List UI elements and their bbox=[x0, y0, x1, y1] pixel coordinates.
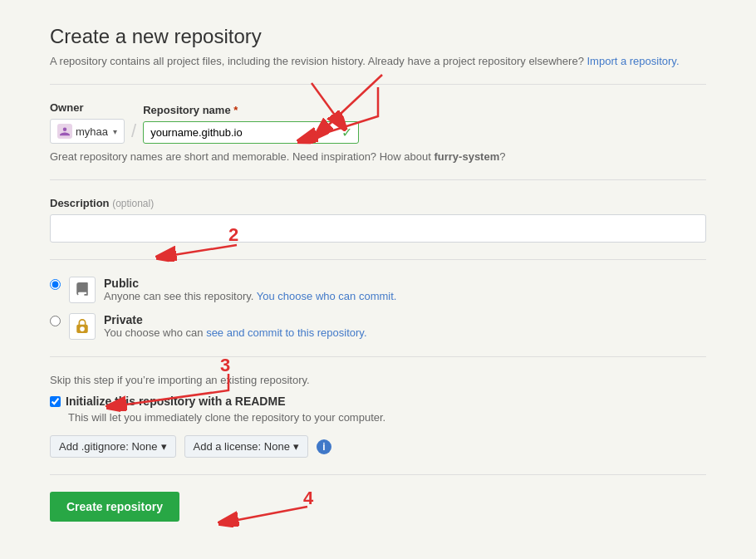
description-input[interactable] bbox=[50, 214, 706, 243]
create-repository-button[interactable]: Create repository bbox=[50, 492, 179, 522]
check-icon: ✓ bbox=[341, 125, 352, 140]
init-checkbox-row: Initialize this repository with a README bbox=[50, 395, 706, 408]
owner-icon bbox=[57, 124, 72, 139]
license-dropdown[interactable]: Add a license: None ▾ bbox=[184, 435, 308, 458]
description-optional: (optional) bbox=[112, 198, 154, 209]
repo-name-input-wrapper: ✓ bbox=[143, 121, 359, 144]
suggestion-text: Great repository names are short and mem… bbox=[50, 150, 706, 163]
init-readme-checkbox[interactable] bbox=[50, 396, 61, 407]
lock-icon bbox=[75, 319, 90, 334]
visibility-group: Public Anyone can see this repository. Y… bbox=[50, 277, 706, 340]
repo-name-label: Repository name * bbox=[143, 104, 359, 116]
init-readme-desc: This will let you immediately clone the … bbox=[68, 411, 706, 424]
private-desc: You choose who can see and commit to thi… bbox=[104, 326, 367, 339]
repo-name-field-group: Repository name * ✓ bbox=[143, 104, 359, 144]
init-readme-label[interactable]: Initialize this repository with a README bbox=[66, 395, 285, 408]
owner-repo-row: Owner myhaa ▾ / Repository name * bbox=[50, 101, 706, 144]
person-icon bbox=[60, 126, 70, 136]
license-label: Add a license: None bbox=[194, 440, 290, 453]
private-desc-link[interactable]: see and commit to this repository. bbox=[206, 326, 366, 339]
owner-label: Owner bbox=[50, 101, 125, 114]
page-wrapper: Create a new repository A repository con… bbox=[0, 0, 756, 559]
divider-bottom bbox=[50, 474, 706, 475]
suggestion-bold: furry-system bbox=[434, 150, 499, 163]
divider-mid1 bbox=[50, 179, 706, 180]
owner-field-group: Owner myhaa ▾ bbox=[50, 101, 125, 144]
gitignore-caret: ▾ bbox=[161, 440, 167, 453]
public-radio[interactable] bbox=[50, 279, 61, 290]
public-option: Public Anyone can see this repository. Y… bbox=[50, 277, 706, 303]
description-label: Description (optional) bbox=[50, 197, 706, 209]
private-radio[interactable] bbox=[50, 316, 61, 326]
import-link[interactable]: Import a repository. bbox=[587, 55, 680, 67]
private-label: Private bbox=[104, 313, 367, 326]
dropdowns-row: Add .gitignore: None ▾ Add a license: No… bbox=[50, 435, 706, 458]
public-desc: Anyone can see this repository. You choo… bbox=[104, 290, 396, 302]
divider-mid2 bbox=[50, 259, 706, 260]
skip-text: Skip this step if you’re importing an ex… bbox=[50, 374, 706, 386]
private-option: Private You choose who can see and commi… bbox=[50, 313, 706, 340]
repo-name-input[interactable] bbox=[143, 121, 359, 144]
page-subtitle: A repository contains all project files,… bbox=[50, 55, 706, 67]
public-label: Public bbox=[104, 277, 396, 290]
divider-mid3 bbox=[50, 356, 706, 357]
private-repo-icon bbox=[69, 313, 96, 340]
main-content: Create a new repository A repository con… bbox=[17, 0, 739, 555]
gitignore-dropdown[interactable]: Add .gitignore: None ▾ bbox=[50, 435, 176, 458]
book-icon bbox=[75, 282, 90, 297]
caret-icon: ▾ bbox=[113, 127, 117, 136]
divider-top bbox=[50, 84, 706, 85]
owner-name: myhaa bbox=[76, 125, 108, 138]
gitignore-label: Add .gitignore: None bbox=[59, 440, 158, 453]
description-field-group: Description (optional) bbox=[50, 197, 706, 243]
info-icon[interactable]: i bbox=[317, 439, 331, 454]
page-title: Create a new repository bbox=[50, 25, 706, 48]
public-repo-icon bbox=[69, 277, 96, 303]
required-indicator: * bbox=[233, 104, 238, 116]
public-desc-link[interactable]: You choose who can commit. bbox=[257, 290, 397, 302]
license-caret: ▾ bbox=[293, 440, 299, 453]
slash-divider: / bbox=[131, 120, 136, 142]
owner-select[interactable]: myhaa ▾ bbox=[50, 119, 125, 144]
